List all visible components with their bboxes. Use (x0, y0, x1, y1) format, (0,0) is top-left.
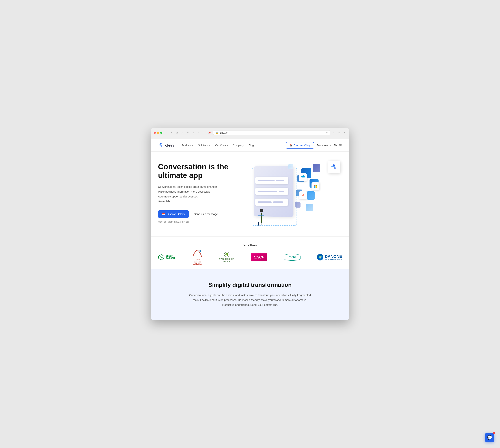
forward-button[interactable]: › (170, 131, 173, 134)
browser-window: ‹ › ⊞ ☁ ✂ ℹ ≡ 🛡 📌 🔒 clevy.io ↻ ⬆ ⧉ + (151, 128, 349, 320)
main-nav: clevy Products ▾ Solutions ▾ Our Clients… (151, 139, 349, 152)
privacy-icon: ℹ (192, 131, 195, 134)
transform-title: Simplify digital transformation (158, 282, 342, 288)
arrow-right-icon: → (219, 212, 222, 216)
sidebar-toggle[interactable]: ⊞ (175, 131, 179, 134)
url-text: clevy.io (220, 131, 227, 134)
cube-7 (306, 204, 313, 211)
person-figure (259, 209, 264, 226)
back-button[interactable]: ‹ (165, 131, 168, 134)
logo-text: clevy (165, 143, 174, 147)
logo-yves-rocher: 🌿 YVES ROCHERFRANCE (219, 253, 234, 262)
website-content: clevy Products ▾ Solutions ▾ Our Clients… (151, 139, 349, 320)
logo-danone: 🌍 DANONE ONE PLANET. ONE HEALTH (317, 253, 342, 262)
lang-en[interactable]: EN (334, 144, 337, 147)
nav-clients[interactable]: Our Clients (215, 144, 228, 147)
anh-logo-svg: Anah (192, 249, 203, 258)
calendar-icon: 📅 (162, 212, 166, 216)
illustration-3d (246, 162, 329, 227)
clevy-float-icon (328, 161, 340, 173)
chat-icon: 💬 (487, 435, 492, 440)
clients-section: Our Clients CA CRÉDIT AGRICOLE (151, 237, 349, 269)
chevron-down-icon: ▾ (209, 144, 210, 146)
logo-sncf: SNCF (251, 253, 267, 262)
logo-credit-agricole: CA CRÉDIT AGRICOLE (158, 253, 176, 262)
ca-logo-svg: CA (158, 254, 165, 260)
address-bar[interactable]: 🔒 clevy.io ↻ (213, 130, 330, 135)
hubspot-icon-box (299, 191, 307, 199)
cube-5 (307, 191, 315, 200)
svg-rect-3 (316, 186, 317, 188)
nav-actions: 📅 Discover Clevy Dashboard › EN FR (286, 142, 342, 148)
share-icon[interactable]: ⬆ (332, 131, 335, 134)
logo-roche: Roche (284, 253, 301, 262)
cloud-icon: ☁ (181, 131, 184, 134)
lock-icon: 🔒 (215, 131, 218, 134)
dashboard-link[interactable]: Dashboard › (317, 144, 331, 147)
logo[interactable]: clevy (158, 143, 174, 148)
logo-anh: Anah Agencenationalede l'habitat (192, 253, 203, 262)
language-switcher: EN FR (334, 144, 342, 147)
hero-discover-button[interactable]: 📅 Discover Clevy (158, 210, 189, 218)
chevron-right-icon: › (330, 144, 331, 146)
chevron-down-icon: ▾ (192, 144, 193, 146)
clients-title: Our Clients (158, 244, 342, 247)
svg-rect-2 (314, 186, 316, 188)
hero-actions: 📅 Discover Clevy Send us a message → (158, 210, 234, 218)
traffic-lights (154, 132, 162, 134)
transform-description: Conversational agents are the easiest an… (189, 293, 311, 307)
chat-widget[interactable]: 💬 (485, 433, 494, 442)
hero-content: Conversation is the ultimate app Convers… (158, 162, 234, 223)
cube-8 (295, 202, 301, 208)
discover-clevy-button[interactable]: 📅 Discover Clevy (286, 142, 314, 148)
nav-products[interactable]: Products ▾ (182, 144, 193, 147)
microsoft-icon-box (312, 182, 319, 190)
maximize-button[interactable] (160, 132, 162, 134)
hero-title: Conversation is the ultimate app (158, 162, 234, 180)
logo-icon (158, 143, 164, 148)
send-message-link[interactable]: Send us a message → (194, 212, 222, 216)
svg-rect-7 (199, 250, 201, 252)
transform-section: Simplify digital transformation Conversa… (151, 269, 349, 320)
add-tab-icon[interactable]: + (343, 131, 346, 134)
svg-point-5 (302, 195, 303, 196)
nav-company[interactable]: Company (233, 144, 244, 147)
reload-icon[interactable]: ↻ (326, 131, 328, 134)
hero-section: Conversation is the ultimate app Convers… (151, 152, 349, 237)
salesforce-icon-box (299, 173, 307, 181)
hero-illustration (234, 162, 342, 227)
pin-icon: 📌 (208, 131, 211, 134)
meet-team-text: Meet our team in a 15 min call (158, 220, 234, 223)
illustration-card-1 (256, 177, 288, 184)
clients-logos: CA CRÉDIT AGRICOLE Anah (158, 253, 342, 262)
minimize-button[interactable] (157, 132, 159, 134)
close-button[interactable] (154, 132, 156, 134)
browser-chrome: ‹ › ⊞ ☁ ✂ ℹ ≡ 🛡 📌 🔒 clevy.io ↻ ⬆ ⧉ + (151, 128, 349, 139)
layers-icon: ≡ (197, 131, 200, 134)
extension-icon: ✂ (186, 131, 189, 134)
illustration-card-2 (256, 188, 288, 195)
nav-blog[interactable]: Blog (249, 144, 254, 147)
svg-text:CA: CA (160, 256, 163, 258)
shield-icon: 🛡 (202, 131, 206, 134)
svg-text:Anah: Anah (196, 256, 198, 256)
nav-links: Products ▾ Solutions ▾ Our Clients Compa… (182, 144, 286, 147)
hero-description: Conversational technologies are a game c… (158, 184, 234, 204)
svg-rect-1 (316, 185, 317, 186)
new-tab-icon[interactable]: ⧉ (338, 131, 341, 134)
chat-badge (493, 432, 495, 434)
svg-rect-0 (314, 185, 316, 186)
cube-2 (313, 164, 320, 172)
calendar-icon: 📅 (289, 144, 293, 147)
lang-fr[interactable]: FR (339, 144, 342, 147)
cube-9 (288, 164, 293, 169)
illustration-card-3 (256, 199, 288, 206)
nav-solutions[interactable]: Solutions ▾ (198, 144, 210, 147)
